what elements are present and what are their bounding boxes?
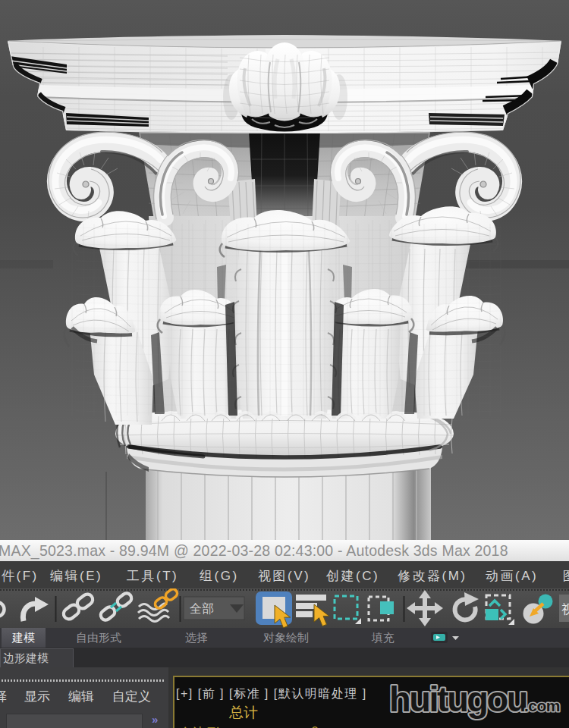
svg-text:视: 视 xyxy=(561,602,569,617)
svg-text:.com: .com xyxy=(524,697,560,714)
svg-text:huitugou: huitugou xyxy=(389,679,527,719)
svg-text:全部: 全部 xyxy=(190,602,214,615)
